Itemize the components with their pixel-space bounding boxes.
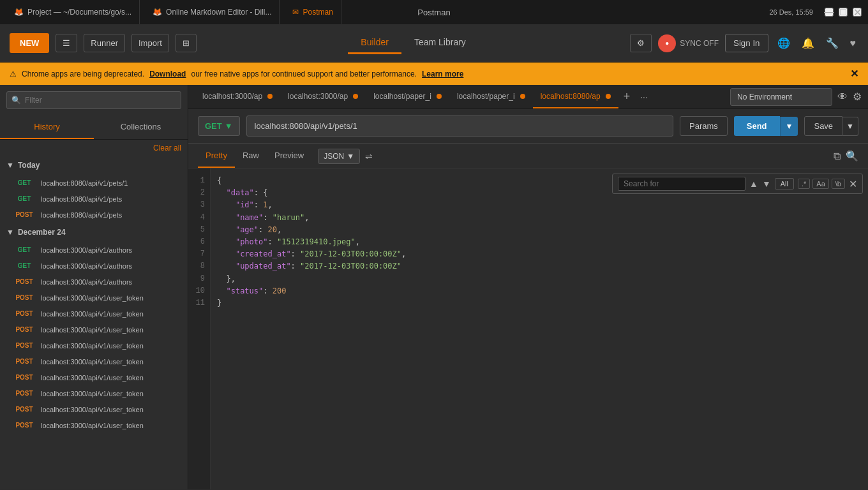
send-dropdown-button[interactable]: ▼ [780, 117, 798, 136]
add-tab-button[interactable]: + [618, 85, 636, 108]
tab-dot-2 [353, 94, 358, 99]
copy-button[interactable]: ⧉ [834, 150, 841, 162]
warning-text: Chrome apps are being deprecated. [22, 70, 144, 78]
group-dec24-label: December 24 [18, 228, 66, 237]
history-item-today-1[interactable]: GET localhost:8080/api/v1/pets/1 [0, 175, 188, 191]
environment-eye-button[interactable]: 👁 [837, 91, 848, 103]
warning-bar: ⚠ Chrome apps are being deprecated. Down… [0, 63, 868, 85]
history-item-today-2[interactable]: GET localhost:8080/api/v1/pets [0, 191, 188, 207]
regex-dot-button[interactable]: .* [798, 179, 810, 189]
titlebar-tab-1[interactable]: 🦊 Project — ~/Documents/go/s... [6, 0, 140, 24]
search-close-button[interactable]: ✕ [849, 178, 857, 190]
url-input[interactable] [246, 115, 673, 137]
save-dropdown-button[interactable]: ▼ [842, 117, 858, 136]
code-content: { "data": { "id": 1, "name": "harun", "a… [211, 168, 868, 489]
search-all-button[interactable]: All [775, 178, 794, 189]
wrap-button[interactable]: ⇌ [365, 151, 373, 161]
layout2-button[interactable]: ⊞ [176, 34, 197, 52]
learn-more-link[interactable]: Learn more [422, 70, 463, 78]
tab-label: localhost/paper_i [457, 92, 515, 101]
item-url: localhost:3000/api/v1/user_token [41, 342, 144, 350]
history-item-dec-4[interactable]: POST localhost:3000/api/v1/user_token [0, 290, 188, 306]
history-item-today-3[interactable]: POST localhost:8080/api/v1/pets [0, 207, 188, 223]
group-dec24[interactable]: ▼ December 24 [0, 223, 188, 242]
wrench-button[interactable]: 🔧 [823, 34, 841, 52]
req-tab-4[interactable]: localhost/paper_i [449, 85, 533, 108]
warning-close-button[interactable]: ✕ [850, 68, 858, 80]
tab-preview[interactable]: Preview [267, 144, 311, 168]
tab-builder[interactable]: Builder [348, 32, 401, 54]
group-today[interactable]: ▼ Today [0, 156, 188, 175]
search-input[interactable] [618, 177, 745, 191]
history-item-dec-2[interactable]: GET localhost:3000/api/v1/authors [0, 258, 188, 274]
method-badge-get: GET [13, 246, 36, 254]
history-item-dec-10[interactable]: POST localhost:3000/api/v1/user_token [0, 385, 188, 401]
filter-input[interactable] [6, 91, 181, 109]
titlebar-tab-2[interactable]: 🦊 Online Markdown Editor - Dill... [145, 0, 280, 24]
window-controls: 26 Des, 15:59 — □ ✕ [770, 8, 862, 17]
tab-team-library[interactable]: Team Library [401, 32, 479, 54]
request-tabs-bar: localhost:3000/ap localhost:3000/ap loca… [188, 85, 868, 109]
method-badge-get: GET [13, 195, 36, 203]
heart-button[interactable]: ♥ [848, 35, 859, 52]
environment-bar: No Environment 👁 ⚙ [730, 88, 862, 106]
sign-in-button[interactable]: Sign In [725, 34, 768, 52]
history-item-dec-9[interactable]: POST localhost:3000/api/v1/user_token [0, 369, 188, 385]
item-url: localhost:3000/api/v1/authors [41, 262, 132, 270]
environment-select[interactable]: No Environment [730, 88, 832, 106]
json-output: { "data": { "id": 1, "name": "harun", "a… [217, 175, 862, 309]
params-button[interactable]: Params [680, 116, 728, 136]
tab-raw[interactable]: Raw [235, 144, 267, 168]
globe-button[interactable]: 🌐 [775, 34, 793, 52]
search-prev-button[interactable]: ▲ [749, 179, 758, 189]
tab-collections[interactable]: Collections [94, 115, 188, 139]
response-tabs-bar: Pretty Raw Preview JSON ▼ ⇌ ⧉ 🔍 [188, 144, 868, 168]
main-layout: 🔍 History Collections Clear all ▼ Today … [0, 85, 868, 489]
new-button[interactable]: NEW [10, 33, 49, 53]
close-button[interactable]: ✕ [853, 8, 862, 17]
more-tabs-button[interactable]: ··· [635, 87, 653, 107]
item-url: localhost:3000/api/v1/authors [41, 278, 132, 286]
search-button[interactable]: 🔍 [846, 150, 858, 162]
history-item-dec-7[interactable]: POST localhost:3000/api/v1/user_token [0, 338, 188, 353]
restore-button[interactable]: □ [839, 8, 848, 17]
format-select[interactable]: JSON ▼ [318, 149, 360, 164]
bell-icon: 🔔 [802, 38, 814, 48]
clear-all-button[interactable]: Clear all [153, 144, 181, 152]
regex-bracket-button[interactable]: \b [832, 179, 845, 189]
import-button[interactable]: Import [131, 34, 169, 52]
req-tab-3[interactable]: localhost/paper_i [366, 85, 449, 108]
search-regex-buttons: .* Aa \b [798, 179, 845, 189]
history-item-dec-12[interactable]: POST localhost:3000/api/v1/user_token [0, 417, 188, 433]
tab-pretty[interactable]: Pretty [198, 144, 235, 168]
save-button[interactable]: Save [804, 116, 842, 136]
method-badge-get: GET [13, 262, 36, 270]
download-link[interactable]: Download [149, 70, 186, 78]
format-label: JSON [324, 152, 344, 161]
tab-history[interactable]: History [0, 115, 94, 139]
layout-button[interactable]: ☰ [56, 34, 77, 52]
history-item-dec-3[interactable]: POST localhost:3000/api/v1/authors [0, 274, 188, 290]
runner-button[interactable]: Runner [84, 34, 125, 52]
settings-button[interactable]: ⚙ [630, 34, 652, 52]
req-tab-1[interactable]: localhost:3000/ap [195, 85, 280, 108]
search-next-button[interactable]: ▼ [762, 179, 771, 189]
history-item-dec-5[interactable]: POST localhost:3000/api/v1/user_token [0, 306, 188, 322]
regex-aa-button[interactable]: Aa [812, 179, 828, 189]
history-item-dec-1[interactable]: GET localhost:3000/api/v1/authors [0, 242, 188, 258]
sync-button[interactable]: ● SYNC OFF [658, 34, 719, 52]
history-item-dec-11[interactable]: POST localhost:3000/api/v1/user_token [0, 401, 188, 417]
req-tab-5[interactable]: localhost:8080/ap [533, 85, 618, 108]
history-item-dec-8[interactable]: POST localhost:3000/api/v1/user_token [0, 353, 188, 369]
heart-icon: ♥ [850, 38, 857, 48]
bell-button[interactable]: 🔔 [799, 34, 817, 52]
titlebar-tab-3[interactable]: ✉ Postman [285, 0, 341, 24]
req-tab-2[interactable]: localhost:3000/ap [280, 85, 366, 108]
history-item-dec-6[interactable]: POST localhost:3000/api/v1/user_token [0, 322, 188, 338]
method-select[interactable]: GET ▼ [198, 116, 240, 136]
minimize-button[interactable]: — [825, 8, 834, 17]
environment-gear-button[interactable]: ⚙ [853, 91, 862, 103]
warning-icon: ⚠ [10, 70, 17, 78]
send-button[interactable]: Send [734, 116, 780, 136]
line-numbers: 1 2 3 4 5 6 7 8 9 10 11 [188, 168, 211, 489]
